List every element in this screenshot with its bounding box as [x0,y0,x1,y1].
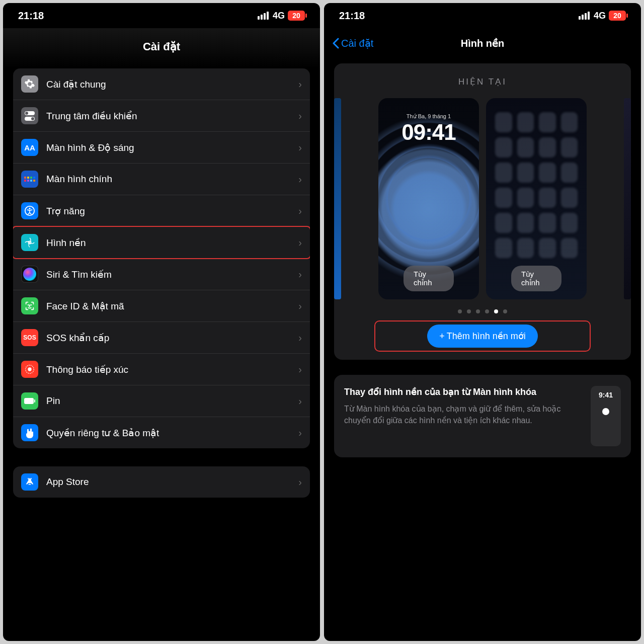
lock-time: 09:41 [401,120,456,145]
svg-point-6 [28,367,31,371]
settings-row-app-store[interactable]: App Store› [13,466,310,498]
chevron-left-icon [332,38,339,49]
info-title: Thay đổi hình nền của bạn từ Màn hình kh… [344,386,583,398]
settings-row-siri-t-m-ki-m[interactable]: Siri & Tìm kiếm› [13,259,310,290]
page-dot[interactable] [485,309,489,313]
gear-icon [21,75,38,93]
info-card: Thay đổi hình nền của bạn từ Màn hình kh… [334,375,631,457]
row-label: Siri & Tìm kiếm [46,269,290,280]
row-label: Face ID & Mật mã [46,300,290,312]
page-dot[interactable] [476,309,480,313]
add-wallpaper-button[interactable]: + Thêm hình nền mới [427,325,538,348]
mini-phone-illustration: 9:41 [591,386,621,446]
nav-bar: Cài đặt Hình nền [324,28,641,57]
page-dots[interactable] [344,309,621,313]
accessibility-icon [21,202,38,219]
status-bar: 21:18 4G 20 [324,3,641,28]
page-dot[interactable] [503,309,507,313]
settings-row-pin[interactable]: Pin› [13,385,310,417]
current-wallpaper-card: HIỆN TẠI Thứ Ba, 9 tháng 1 09:41 Tùy chỉ… [334,63,631,360]
row-label: Màn hình chính [46,174,290,185]
customize-lock-button[interactable]: Tùy chỉnh [404,266,454,291]
appstore-icon [21,473,38,491]
back-label: Cài đặt [341,37,373,49]
settings-row-quy-n-ri-ng-t-b-o-m-t[interactable]: Quyền riêng tư & Bảo mật› [13,417,310,448]
settings-row-tr-n-ng[interactable]: Trợ năng› [13,195,310,227]
chevron-right-icon: › [298,205,302,217]
settings-row-th-ng-b-o-ti-p-x-c[interactable]: Thông báo tiếp xúc› [13,354,310,385]
svg-rect-7 [24,398,34,404]
battery-indicator: 20 [288,11,305,21]
row-label: Hình nền [46,237,290,249]
add-wallpaper-label: Thêm hình nền mới [447,331,526,342]
svg-point-3 [28,305,29,305]
wallpaper-screen: 21:18 4G 20 Cài đặt Hình nền HIỆN TẠI Th… [324,3,641,641]
info-description: Từ Màn hình khóa của bạn, chạm và giữ để… [344,403,583,426]
svg-point-4 [31,305,31,305]
page-dot[interactable] [494,309,498,313]
chevron-right-icon: › [298,110,302,122]
sos-icon: SOS [21,329,38,346]
wallpaper-icon [21,234,38,251]
faceid-icon [21,297,38,314]
signal-icon [579,12,590,20]
row-label: Màn hình & Độ sáng [46,142,290,153]
settings-row-m-n-h-nh-ch-nh[interactable]: Màn hình chính› [13,164,310,195]
row-label: Thông báo tiếp xúc [46,364,290,375]
lock-screen-preview[interactable]: Thứ Ba, 9 tháng 1 09:41 Tùy chỉnh [378,98,479,299]
chevron-right-icon: › [298,332,302,344]
row-label: App Store [46,476,290,488]
prev-wallpaper-peek[interactable] [334,98,341,299]
row-label: SOS khẩn cấp [46,332,290,344]
clock: 21:18 [339,10,365,22]
current-label: HIỆN TẠI [344,76,621,87]
chevron-right-icon: › [298,237,302,249]
home-screen-preview[interactable]: Tùy chỉnh [486,98,587,299]
svg-rect-8 [34,399,35,403]
clock: 21:18 [18,10,44,22]
page-dot[interactable] [458,309,462,313]
chevron-right-icon: › [298,395,302,407]
page-title: Hình nền [461,37,504,49]
settings-row-c-i-t-chung[interactable]: Cài đặt chung› [13,68,310,100]
row-label: Quyền riêng tư & Bảo mật [46,427,290,439]
settings-row-sos-kh-n-c-p[interactable]: SOSSOS khẩn cấp› [13,322,310,354]
battery-icon [21,392,38,410]
home-grid-icon [21,171,38,188]
toggles-icon [21,107,38,124]
row-label: Trợ năng [46,205,290,217]
next-wallpaper-peek[interactable] [624,98,631,299]
exposure-icon [21,361,38,378]
siri-icon [21,266,38,283]
settings-row-face-id-m-t-m-[interactable]: Face ID & Mật mã› [13,290,310,322]
chevron-right-icon: › [298,174,302,185]
display-aa-icon: AA [21,139,38,156]
row-label: Pin [46,395,290,407]
svg-point-1 [29,208,30,209]
network-type: 4G [594,11,606,21]
page-title: Cài đặt [3,28,320,68]
chevron-right-icon: › [298,427,302,439]
settings-row-h-nh-n-n[interactable]: Hình nền› [13,227,310,259]
settings-screen: 21:18 4G 20 Cài đặt Cài đặt chung›Trung … [3,3,320,641]
page-dot[interactable] [467,309,471,313]
lock-date: Thứ Ba, 9 tháng 1 [407,113,451,120]
chevron-right-icon: › [298,476,302,488]
privacy-hand-icon [21,424,38,441]
back-button[interactable]: Cài đặt [332,37,373,49]
network-type: 4G [273,11,285,21]
chevron-right-icon: › [298,269,302,280]
settings-group: Cài đặt chung›Trung tâm điều khiển›AAMàn… [13,68,310,448]
customize-home-button[interactable]: Tùy chỉnh [511,266,561,291]
chevron-right-icon: › [298,300,302,312]
mini-touch-dot [602,408,609,415]
settings-row-trung-t-m-i-u-khi-n[interactable]: Trung tâm điều khiển› [13,100,310,132]
chevron-right-icon: › [298,364,302,375]
battery-indicator: 20 [609,11,626,21]
settings-group: App Store› [13,466,310,498]
signal-icon [258,12,269,20]
chevron-right-icon: › [298,142,302,153]
mini-clock: 9:41 [599,391,613,399]
settings-row-m-n-h-nh-s-ng[interactable]: AAMàn hình & Độ sáng› [13,132,310,164]
row-label: Cài đặt chung [46,78,290,90]
